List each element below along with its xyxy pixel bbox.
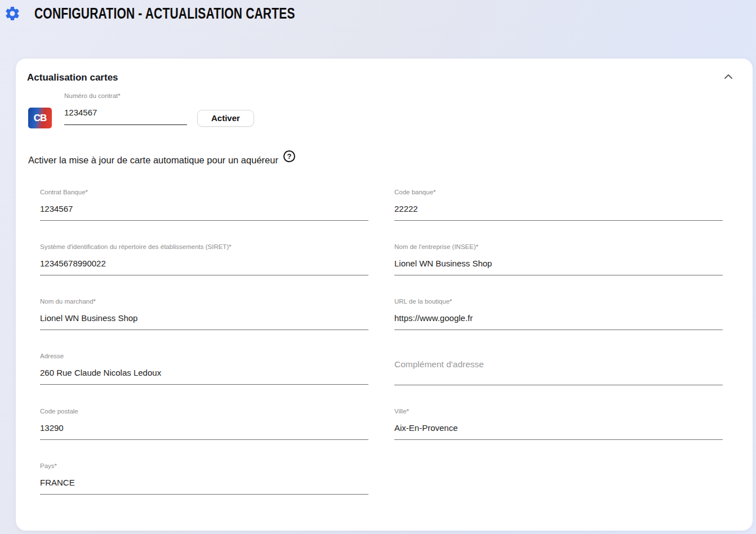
field-value: Aix-En-Provence [394, 423, 723, 433]
field-label: Code postale [40, 408, 368, 416]
nom-entreprise-input[interactable]: Lionel WN Business Shop [394, 259, 723, 275]
ville-input[interactable]: Aix-En-Provence [394, 423, 723, 440]
actualisation-cartes-card: Actualisation cartes CB Numéro du contra… [16, 59, 753, 531]
page-header: CONFIGURATION - ACTUALISATION CARTES [0, 0, 756, 24]
pays-input[interactable]: FRANCE [40, 478, 368, 495]
code-postale-input[interactable]: 13290 [40, 423, 368, 440]
contract-row: CB Numéro du contrat* 1234567 Activer [16, 83, 753, 128]
field-value: Lionel WN Business Shop [394, 259, 723, 268]
field-value: Lionel WN Business Shop [40, 313, 368, 323]
field-value: FRANCE [40, 478, 368, 487]
code-banque-input[interactable]: 22222 [394, 204, 723, 221]
field-label: Nom du marchand* [40, 298, 368, 306]
nom-marchand-input[interactable]: Lionel WN Business Shop [40, 313, 368, 330]
field-value: 1234567 [40, 204, 368, 213]
siret-input[interactable]: 12345678990022 [40, 259, 368, 275]
page-title: CONFIGURATION - ACTUALISATION CARTES [34, 5, 295, 23]
field-label: Numéro du contrat* [64, 92, 187, 100]
field-contrat-banque: Contrat Banque* 1234567 [40, 189, 368, 221]
field-value: https://www.google.fr [394, 313, 723, 323]
field-label: Système d'identification du répertoire d… [40, 243, 368, 251]
field-code-banque: Code banque* 22222 [394, 189, 723, 221]
complement-adresse-input[interactable]: Complément d'adresse [394, 368, 723, 385]
field-label: Adresse [40, 353, 368, 361]
card-header: Actualisation cartes [16, 59, 753, 83]
field-value: Complément d'adresse [394, 359, 723, 370]
contrat-banque-input[interactable]: 1234567 [40, 204, 368, 221]
collapse-button[interactable] [722, 72, 735, 81]
chevron-up-icon [723, 73, 733, 80]
cb-logo-text: CB [34, 113, 47, 124]
field-value: 12345678990022 [40, 259, 368, 268]
field-nom-marchand: Nom du marchand* Lionel WN Business Shop [40, 298, 368, 330]
form-grid: Contrat Banque* 1234567 Code banque* 222… [16, 166, 753, 495]
field-numero-contrat: Numéro du contrat* 1234567 [64, 92, 187, 125]
field-label: Contrat Banque* [40, 189, 368, 197]
help-icon[interactable]: ? [283, 150, 295, 162]
url-boutique-input[interactable]: https://www.google.fr [394, 313, 723, 330]
field-label: Nom de l'entreprise (INSEE)* [394, 243, 723, 251]
field-adresse: Adresse 260 Rue Claude Nicolas Ledoux [40, 353, 368, 385]
field-nom-entreprise: Nom de l'entreprise (INSEE)* Lionel WN B… [394, 243, 723, 275]
section-row: Activer la mise à jour de carte automati… [16, 128, 753, 166]
field-label: Pays* [40, 462, 368, 470]
section-title: Activer la mise à jour de carte automati… [28, 155, 278, 166]
field-code-postale: Code postale 13290 [40, 408, 368, 440]
field-label: Code banque* [394, 189, 723, 197]
field-value: 13290 [40, 423, 368, 433]
field-value: 260 Rue Claude Nicolas Ledoux [40, 368, 368, 377]
field-label: URL de la boutique* [394, 298, 723, 306]
adresse-input[interactable]: 260 Rue Claude Nicolas Ledoux [40, 368, 368, 385]
field-pays: Pays* FRANCE [40, 462, 368, 495]
field-value: 22222 [394, 204, 723, 213]
field-ville: Ville* Aix-En-Provence [394, 408, 723, 440]
card-title: Actualisation cartes [27, 72, 118, 83]
numero-contrat-input[interactable]: 1234567 [64, 108, 187, 125]
field-label: Ville* [394, 408, 723, 416]
field-url-boutique: URL de la boutique* https://www.google.f… [394, 298, 723, 330]
activer-button[interactable]: Activer [197, 110, 254, 127]
field-siret: Système d'identification du répertoire d… [40, 243, 368, 275]
cb-card-logo-icon: CB [28, 108, 52, 128]
gear-icon [4, 5, 21, 22]
field-complement-adresse: Complément d'adresse [394, 353, 723, 385]
